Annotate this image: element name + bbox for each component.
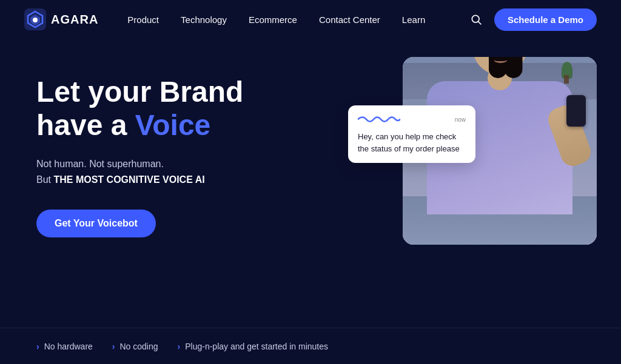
svg-point-4 [472,15,479,22]
subtext-bold: THE MOST COGNITIVE VOICE AI [53,174,204,185]
svg-point-3 [33,18,38,22]
footer-bar: › No hardware › No coding › Plug-n-play … [0,328,621,364]
logo[interactable]: AGARA [24,8,98,30]
footer-item-0: › No hardware [36,342,93,351]
schedule-demo-button[interactable]: Schedule a Demo [494,8,597,31]
navbar: AGARA Product Technology Ecommerce Conta… [0,0,621,39]
nav-right: Schedule a Demo [470,8,597,31]
phone-object [566,95,586,127]
chat-bubble: now Hey, can you help me check the statu… [348,105,475,163]
search-button[interactable] [470,13,482,25]
person-smile [494,57,507,63]
nav-link-ecommerce[interactable]: Ecommerce [249,15,297,25]
footer-item-2: › Plug-n-play and get started in minutes [178,342,328,351]
chat-now-label: now [455,116,466,123]
headline-line1: Let your Brand [36,76,243,108]
footer-text-0: No hardware [44,342,93,351]
footer-item-1: › No coding [112,342,158,351]
chat-bubble-header: now [358,114,466,125]
subtext-line2-prefix: But [36,174,53,185]
plant-stem [564,75,569,84]
hero-right: now Hey, can you help me check the statu… [366,57,597,251]
hero-subtext: Not human. Not superhuman. But THE MOST … [36,156,366,187]
headline-line2-prefix: have a [36,109,135,141]
svg-line-5 [478,22,482,25]
voice-wave-icon [358,114,400,125]
chevron-icon-0: › [36,342,39,351]
search-icon [470,13,482,25]
hero-left: Let your Brand have a Voice Not human. N… [36,63,366,237]
footer-text-1: No coding [120,342,158,351]
nav-link-learn[interactable]: Learn [402,15,425,25]
chat-message: Hey, can you help me check the status of… [358,131,466,154]
nav-link-product[interactable]: Product [127,15,159,25]
logo-text: AGARA [51,13,98,27]
chevron-icon-1: › [112,342,115,351]
get-voicebot-button[interactable]: Get Your Voicebot [36,210,156,237]
nav-link-contact-center[interactable]: Contact Center [319,15,380,25]
logo-icon [24,8,46,30]
footer-text-2: Plug-n-play and get started in minutes [185,342,328,351]
hero-section: Let your Brand have a Voice Not human. N… [0,39,621,328]
hero-headline: Let your Brand have a Voice [36,75,366,142]
headline-voice: Voice [135,109,211,141]
nav-links: Product Technology Ecommerce Contact Cen… [127,15,470,25]
nav-link-technology[interactable]: Technology [181,15,227,25]
subtext-line1: Not human. Not superhuman. [36,159,164,169]
chevron-icon-2: › [178,342,181,351]
